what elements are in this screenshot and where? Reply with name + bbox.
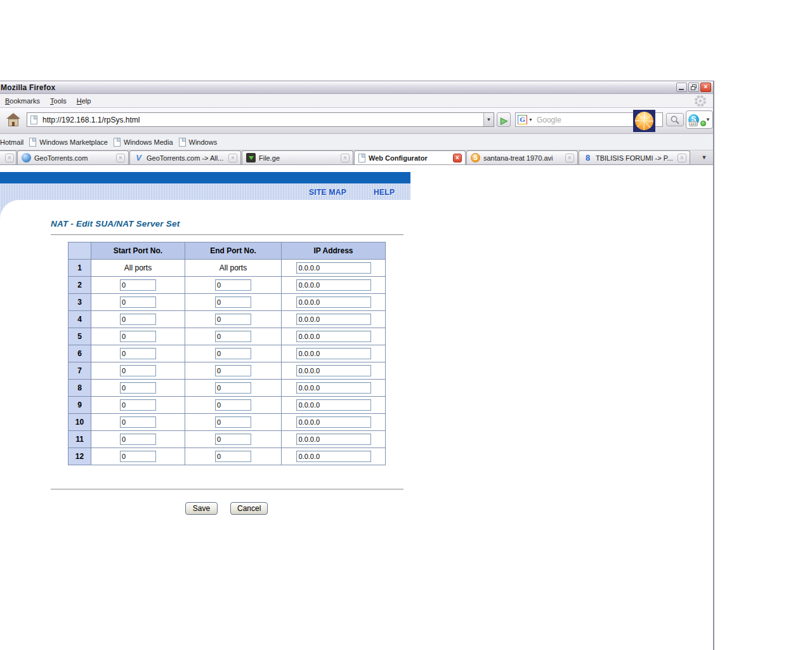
tab[interactable]: S santana-treat 1970.avi × — [466, 150, 578, 164]
start-port-input[interactable] — [120, 416, 156, 428]
tab-partial[interactable]: × — [0, 150, 16, 164]
google-logo-icon[interactable]: G — [518, 115, 527, 124]
address-bar[interactable]: http://192.168.1.1/rpSys.html ▼ — [27, 112, 494, 127]
url-text[interactable]: http://192.168.1.1/rpSys.html — [43, 116, 483, 124]
ip-address-input[interactable] — [296, 416, 371, 428]
end-port-cell — [185, 277, 282, 294]
tab[interactable]: File.ge × — [242, 150, 353, 164]
restore-button[interactable] — [688, 83, 699, 92]
ip-address-input[interactable] — [296, 314, 371, 325]
ip-address-input[interactable] — [296, 296, 371, 308]
end-port-input[interactable] — [215, 382, 251, 394]
tab-overflow-button[interactable]: ▼ — [699, 154, 709, 161]
site-map-link[interactable]: SITE MAP — [309, 188, 346, 197]
table-row: 6 — [69, 345, 386, 362]
bookmark-item[interactable]: Windows — [179, 138, 218, 147]
search-go-button[interactable] — [666, 113, 684, 126]
home-button[interactable] — [5, 112, 23, 129]
skype-dropdown-arrow[interactable]: ▼ — [705, 117, 710, 123]
skype-extension-button[interactable]: S 123 ▼ — [686, 110, 713, 129]
ip-address-input[interactable] — [296, 331, 371, 342]
briefcase-favicon — [246, 153, 256, 162]
start-port-input[interactable] — [120, 382, 156, 394]
tab-close-icon[interactable]: × — [116, 154, 125, 162]
ip-address-cell — [282, 448, 386, 465]
end-port-input[interactable] — [215, 365, 251, 376]
ip-address-input[interactable] — [296, 348, 371, 359]
bookmark-item[interactable]: Windows Media — [114, 138, 173, 147]
magnifier-icon — [670, 115, 680, 125]
menu-tools[interactable]: Tools — [50, 97, 67, 105]
minimize-button[interactable] — [676, 83, 687, 92]
tab-close-icon[interactable]: × — [5, 154, 14, 162]
tab[interactable]: 8 TBILISIS FORUMI -> P... × — [579, 150, 690, 164]
tab-close-icon[interactable]: × — [341, 154, 350, 162]
nat-table-header-row: Start Port No.End Port No.IP Address — [69, 242, 386, 260]
end-port-input[interactable] — [215, 416, 251, 428]
end-port-cell — [185, 431, 282, 448]
start-port-input[interactable] — [120, 279, 156, 291]
tab-close-icon[interactable]: × — [678, 154, 686, 162]
skype-call-icon — [700, 121, 706, 126]
tab[interactable]: V GeoTorrents.com -> All... × — [129, 150, 241, 164]
cancel-button[interactable]: Cancel — [230, 502, 268, 515]
ip-address-input[interactable] — [296, 451, 371, 462]
start-port-input[interactable] — [120, 434, 156, 445]
search-engine-dropdown[interactable]: ▼ — [528, 117, 533, 122]
rule-number-cell: 11 — [69, 431, 91, 448]
end-port-input[interactable] — [215, 314, 251, 325]
start-port-input[interactable] — [120, 314, 156, 325]
end-port-input[interactable] — [215, 279, 251, 291]
menu-help[interactable]: Help — [77, 97, 91, 105]
end-port-cell — [185, 414, 282, 431]
menu-bookmarks[interactable]: Bookmarks — [5, 97, 40, 105]
bitcomet-icon[interactable] — [633, 110, 655, 132]
go-button[interactable] — [497, 112, 511, 127]
ip-address-input[interactable] — [296, 279, 371, 291]
save-button[interactable]: Save — [185, 502, 218, 515]
tab-label: GeoTorrents.com — [34, 154, 114, 162]
tab[interactable]: Web Configurator × — [354, 150, 466, 164]
start-port-cell — [91, 380, 185, 397]
minimize-icon — [679, 89, 684, 90]
start-port-cell — [91, 311, 185, 328]
end-port-input[interactable] — [215, 348, 251, 359]
bookmark-item[interactable]: Windows Marketplace — [29, 138, 108, 147]
ip-address-input[interactable] — [296, 382, 371, 394]
tab[interactable]: GeoTorrents.com × — [17, 150, 129, 164]
table-row: 5 — [69, 328, 386, 345]
end-port-input[interactable] — [215, 331, 251, 342]
bookmark-label: Windows Media — [124, 138, 173, 146]
ip-address-input[interactable] — [296, 262, 371, 274]
tab-label: GeoTorrents.com -> All... — [147, 154, 226, 162]
end-port-input[interactable] — [215, 451, 251, 462]
start-port-input[interactable] — [120, 348, 156, 359]
divider — [51, 489, 403, 490]
title-bar[interactable]: Mozilla Firefox × — [0, 81, 713, 94]
tab-close-icon[interactable]: × — [453, 154, 462, 162]
throbber-icon — [698, 99, 702, 102]
end-port-input[interactable] — [215, 434, 251, 445]
help-link[interactable]: HELP — [374, 188, 395, 197]
ip-address-input[interactable] — [296, 365, 371, 376]
address-dropdown-button[interactable]: ▼ — [483, 113, 494, 126]
start-port-input[interactable] — [120, 399, 156, 411]
close-button[interactable]: × — [700, 83, 711, 92]
ip-address-input[interactable] — [296, 399, 371, 411]
ip-address-cell — [282, 431, 386, 448]
end-port-input[interactable] — [215, 296, 251, 308]
column-header: IP Address — [282, 242, 386, 260]
start-port-input[interactable] — [120, 296, 156, 308]
start-port-input[interactable] — [120, 451, 156, 462]
search-placeholder[interactable]: Google — [537, 116, 561, 124]
end-port-cell — [185, 328, 282, 345]
end-port-input[interactable] — [215, 399, 251, 411]
start-port-input[interactable] — [120, 331, 156, 342]
ip-address-input[interactable] — [296, 434, 371, 445]
page-title: NAT - Edit SUA/NAT Server Set — [51, 219, 180, 229]
tab-close-icon[interactable]: × — [565, 154, 574, 162]
tab-close-icon[interactable]: × — [228, 154, 237, 162]
bookmark-item[interactable]: Hotmail — [0, 138, 23, 146]
start-port-input[interactable] — [120, 365, 156, 376]
rule-number-cell: 1 — [69, 260, 91, 277]
